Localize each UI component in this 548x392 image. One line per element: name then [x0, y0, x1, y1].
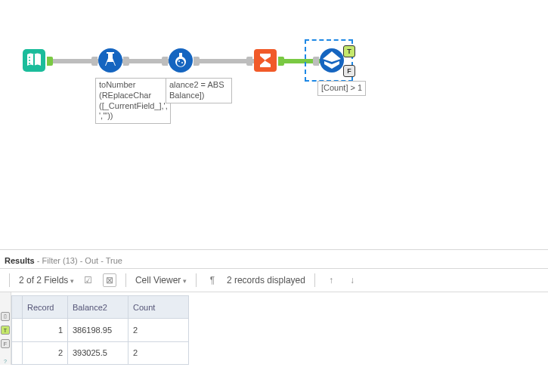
cell-count[interactable]: 2 — [128, 341, 189, 364]
cell-count[interactable]: 2 — [128, 319, 189, 341]
svg-point-7 — [177, 59, 184, 66]
gutter-chip-true[interactable]: T — [1, 326, 10, 335]
tool-annotation: [Count] > 1 — [317, 81, 366, 96]
workflow-canvas[interactable]: toNumber (REplaceChar ([_CurrentField_],… — [0, 0, 548, 249]
arrow-down-icon[interactable]: ↓ — [345, 273, 359, 287]
results-table[interactable]: Record Balance2 Count 1 386198.95 2 2 39… — [11, 295, 189, 365]
output-port[interactable] — [47, 57, 53, 66]
output-port[interactable] — [123, 57, 129, 66]
cell-balance2[interactable]: 393025.5 — [68, 341, 128, 364]
sigma-icon — [252, 48, 278, 73]
cell-viewer-dropdown[interactable]: Cell Viewer — [135, 275, 187, 286]
formula-tool[interactable] — [168, 48, 194, 73]
tab-out[interactable]: - Out — [78, 256, 99, 265]
corner-cell — [12, 296, 23, 319]
results-grid-area: ▯ T F ? Record Balance2 Count 1 386198.9… — [0, 292, 548, 365]
svg-point-4 — [29, 63, 30, 64]
col-count[interactable]: Count — [128, 296, 189, 319]
svg-point-8 — [178, 60, 180, 62]
input-data-tool[interactable] — [21, 48, 47, 73]
paragraph-icon[interactable]: ¶ — [206, 273, 219, 287]
tab-filter[interactable]: - Filter (13) — [35, 256, 78, 265]
help-icon[interactable]: ? — [2, 357, 9, 365]
col-balance2[interactable]: Balance2 — [68, 296, 128, 319]
col-record[interactable]: Record — [23, 296, 68, 319]
book-icon — [21, 48, 47, 73]
row-handle[interactable] — [12, 341, 23, 364]
multi-field-formula-tool[interactable] — [98, 48, 123, 73]
input-port[interactable] — [246, 57, 252, 66]
svg-point-3 — [29, 60, 30, 61]
separator — [9, 273, 10, 287]
tab-results[interactable]: Results — [5, 256, 35, 265]
connector — [194, 59, 254, 63]
cell-balance2[interactable]: 386198.95 — [68, 319, 128, 341]
cell-record[interactable]: 2 — [23, 341, 68, 364]
input-port[interactable] — [91, 57, 98, 66]
svg-rect-1 — [33, 54, 35, 66]
separator — [196, 273, 197, 287]
record-count-label: 2 records displayed — [227, 275, 305, 286]
fields-dropdown[interactable]: 2 of 2 Fields — [19, 275, 74, 286]
results-gutter: ▯ T F ? — [0, 292, 11, 365]
separator — [314, 273, 315, 287]
tool-annotation: alance2 = ABS Balance]) — [166, 78, 232, 103]
filter-tool[interactable] — [319, 48, 345, 73]
results-tabs[interactable]: Results - Filter (13) - Out - True — [0, 250, 548, 269]
input-port[interactable] — [162, 57, 168, 66]
filter-split-icon — [319, 48, 345, 73]
false-anchor[interactable]: F — [343, 65, 355, 77]
round-flask-icon — [168, 48, 194, 73]
gutter-chip[interactable]: ▯ — [1, 312, 10, 321]
check-icon[interactable]: ☑ — [82, 273, 95, 287]
output-port[interactable] — [278, 57, 284, 66]
input-port[interactable] — [313, 57, 319, 66]
row-handle[interactable] — [12, 319, 23, 341]
results-toolbar: 2 of 2 Fields ☑ ⊠ Cell Viewer ¶ 2 record… — [0, 269, 548, 292]
output-port[interactable] — [194, 57, 200, 66]
table-row[interactable]: 2 393025.5 2 — [12, 341, 189, 364]
summarize-tool[interactable] — [252, 48, 278, 73]
cell-record[interactable]: 1 — [23, 319, 68, 341]
table-header-row: Record Balance2 Count — [12, 296, 189, 319]
separator — [125, 273, 126, 287]
flask-icon — [98, 48, 123, 73]
arrow-up-icon[interactable]: ↑ — [324, 273, 338, 287]
svg-point-2 — [29, 57, 30, 58]
tab-true[interactable]: - True — [98, 256, 122, 265]
true-anchor[interactable]: T — [343, 45, 355, 57]
svg-point-9 — [181, 62, 183, 63]
tool-annotation: toNumber (REplaceChar ([_CurrentField_],… — [95, 78, 171, 124]
table-row[interactable]: 1 386198.95 2 — [12, 319, 189, 341]
gutter-chip-false[interactable]: F — [1, 339, 10, 348]
close-box-icon[interactable]: ⊠ — [103, 273, 116, 287]
